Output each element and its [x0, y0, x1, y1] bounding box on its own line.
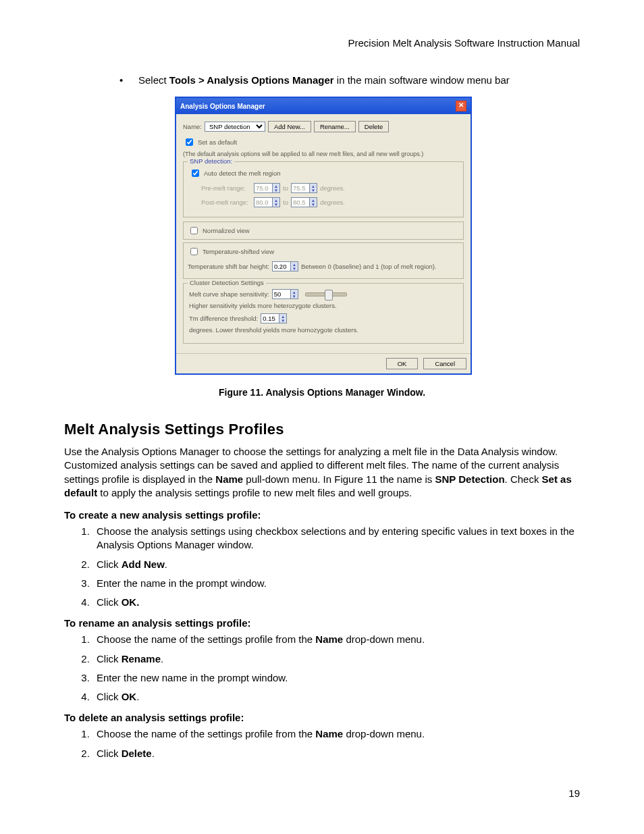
ok-button[interactable]: OK [386, 358, 419, 369]
list-item: Click Delete. [92, 747, 580, 760]
name-select[interactable]: SNP detection [205, 122, 265, 132]
create-steps: Choose the analysis settings using check… [64, 525, 580, 609]
intro-paragraph: Use the Analysis Options Manager to choo… [64, 445, 580, 500]
list-item: Choose the analysis settings using check… [92, 525, 580, 552]
snp-detection-group: SNP detection: Auto detect the melt regi… [183, 161, 464, 217]
bullet-pre: Select [138, 74, 169, 86]
sensitivity-note: Higher sensitivity yields more heterozyg… [189, 302, 337, 309]
post-melt-a-input[interactable] [254, 197, 273, 207]
degrees-label-2: degrees. [320, 199, 345, 206]
list-item: Choose the name of the settings profile … [92, 727, 580, 741]
add-new-button[interactable]: Add New... [268, 121, 311, 132]
spinner-icon[interactable]: ▲▼ [273, 183, 280, 193]
dialog-titlebar: Analysis Options Manager ✕ [176, 98, 471, 114]
shift-label: Temperature shift bar height: [188, 263, 269, 270]
delete-heading: To delete an analysis settings profile: [64, 712, 580, 723]
sensitivity-input[interactable] [272, 289, 291, 299]
shift-note: Between 0 (baseline) and 1 (top of melt … [301, 263, 437, 270]
figure-caption: Figure 11. Analysis Options Manager Wind… [64, 387, 580, 398]
create-heading: To create a new analysis settings profil… [64, 509, 580, 521]
pre-melt-label: Pre-melt range: [201, 184, 251, 192]
spinner-icon[interactable]: ▲▼ [291, 261, 298, 271]
list-item: Choose the name of the settings profile … [92, 633, 580, 646]
dialog-title-text: Analysis Options Manager [180, 103, 265, 110]
cancel-button[interactable]: Cancel [423, 358, 466, 369]
normalized-checkbox[interactable] [190, 227, 198, 234]
list-item: Click Rename. [92, 652, 580, 666]
spinner-icon[interactable]: ▲▼ [291, 289, 298, 299]
auto-detect-label: Auto detect the melt region [204, 170, 281, 177]
set-default-label: Set as default [198, 138, 237, 146]
post-melt-b-input[interactable] [291, 197, 310, 207]
temp-shifted-label: Temperature-shifted view [203, 248, 274, 255]
temp-shifted-checkbox[interactable] [190, 248, 198, 255]
page-number: 19 [568, 787, 580, 799]
set-default-checkbox[interactable] [186, 138, 193, 146]
to-label-1: to [283, 184, 288, 192]
rename-heading: To rename an analysis settings profile: [64, 617, 580, 629]
list-item: Enter the name in the prompt window. [92, 577, 580, 590]
to-label-2: to [283, 199, 288, 206]
tm-label: Tm difference threshold: [189, 315, 258, 322]
list-item: Enter the new name in the prompt window. [92, 671, 580, 685]
normalized-label: Normalized view [203, 227, 250, 234]
snp-group-title: SNP detection: [188, 157, 234, 165]
spinner-icon[interactable]: ▲▼ [279, 313, 287, 323]
bullet-post: in the main software window menu bar [334, 74, 510, 86]
post-melt-label: Post-melt range: [201, 199, 251, 206]
instruction-bullet: •Select Tools > Analysis Options Manager… [138, 74, 580, 86]
pre-melt-b-input[interactable] [291, 183, 310, 193]
auto-detect-checkbox[interactable] [192, 170, 199, 177]
spinner-icon[interactable]: ▲▼ [273, 197, 280, 207]
spinner-icon[interactable]: ▲▼ [310, 183, 317, 193]
rename-steps: Choose the name of the settings profile … [64, 633, 580, 704]
list-item: Click OK. [92, 596, 580, 609]
list-item: Click Add New. [92, 558, 580, 571]
page-header: Precision Melt Analysis Software Instruc… [64, 37, 580, 49]
close-icon[interactable]: ✕ [456, 101, 466, 111]
set-default-note: (The default analysis options will be ap… [183, 151, 423, 157]
cluster-detection-group: Cluster Detection Settings Melt curve sh… [183, 283, 464, 344]
cluster-title: Cluster Detection Settings [188, 279, 266, 286]
tm-input[interactable] [261, 313, 279, 323]
name-label: Name: [183, 123, 202, 130]
tm-note: degrees. Lower threshold yields more hom… [189, 326, 358, 334]
shift-input[interactable] [272, 261, 291, 271]
list-item: Click OK. [92, 690, 580, 704]
delete-button[interactable]: Delete [358, 121, 389, 132]
section-heading: Melt Analysis Settings Profiles [64, 421, 580, 438]
delete-steps: Choose the name of the settings profile … [64, 727, 580, 760]
rename-button[interactable]: Rename... [314, 121, 356, 132]
bullet-bold: Tools > Analysis Options Manager [169, 74, 334, 86]
sensitivity-slider[interactable] [305, 292, 347, 296]
spinner-icon[interactable]: ▲▼ [310, 197, 317, 207]
analysis-options-manager-dialog: Analysis Options Manager ✕ Name: SNP det… [175, 97, 472, 375]
degrees-label-1: degrees. [320, 184, 345, 192]
sensitivity-label: Melt curve shape sensitivity: [189, 290, 269, 298]
pre-melt-a-input[interactable] [254, 183, 273, 193]
